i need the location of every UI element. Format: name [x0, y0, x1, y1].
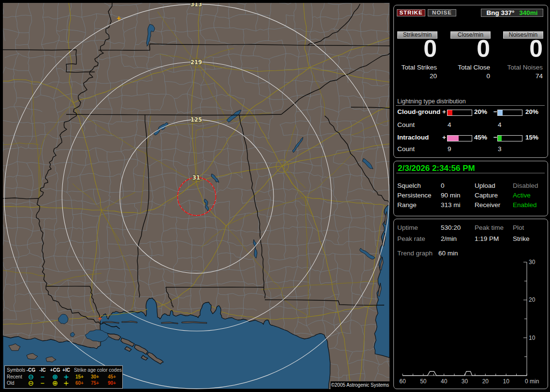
cg-plus-percent: 20%	[474, 108, 487, 115]
uptime-label: Uptime	[397, 224, 418, 231]
peak-time-label: Peak time	[475, 224, 504, 231]
legend-symbol-+CG	[52, 374, 58, 380]
legend-text: +CG	[50, 367, 60, 373]
ic-minus-percent: 15%	[525, 134, 538, 141]
trend-x-label: 40	[441, 378, 448, 385]
distribution-header: Lightning type distribution	[397, 98, 466, 105]
bearing-range: 340mi	[519, 9, 537, 16]
legend-text: -IC	[39, 367, 45, 373]
range-ring-label: 125	[190, 116, 202, 123]
lightning-map: 31125219313 Symbols-CG-IC+CG+ICStrike ag…	[3, 3, 390, 389]
squelch-row: Squelch 0 Upload Disabled	[394, 182, 548, 190]
cg-plus-count: 4	[448, 121, 451, 128]
squelch-label: Squelch	[397, 182, 421, 189]
legend-symbol-+IC	[63, 380, 69, 386]
total-strikes-label: Total Strikes	[397, 64, 437, 71]
noise-mode-button[interactable]: NOISE	[428, 9, 456, 16]
persistence-label: Persistence	[397, 192, 432, 199]
peak-rate-label: Peak rate	[397, 235, 425, 242]
trend-y-label: 30	[529, 259, 536, 266]
intracloud-row: Intracloud + 45% − 15%	[394, 134, 548, 142]
noises-per-min-value: 0	[503, 37, 543, 61]
cg-minus-percent: 20%	[525, 108, 538, 115]
legend-text: Recent	[7, 374, 22, 379]
legend-text: Strike age color codes	[74, 367, 122, 373]
trend-graph-label: Trend graph	[397, 250, 433, 257]
trend-x-label: 50	[420, 378, 427, 385]
trend-x-label: 20	[482, 378, 489, 385]
cloud-ground-count-row: Count 4 4	[394, 121, 548, 128]
datetime-display: 2/3/2026 2:34:56 PM	[398, 164, 475, 173]
squelch-value: 0	[441, 182, 445, 189]
uptime-row: Uptime 530:20 Peak time Plot	[394, 224, 548, 232]
map-legend: Symbols-CG-IC+CG+ICStrike age color code…	[4, 365, 123, 389]
peak-time-value: 1:19 PM	[475, 235, 499, 242]
capture-label: Capture	[475, 192, 498, 199]
datetime-divider	[396, 173, 545, 173]
panel-trend: Uptime 530:20 Peak time Plot Peak rate 2…	[393, 219, 548, 389]
range-ring-label: 219	[190, 59, 202, 66]
nexstorm-window: { "panel1": { "strike_button": "STRIKE",…	[0, 0, 550, 392]
total-noises-label: Total Noises	[503, 64, 543, 71]
legend-symbol-+IC	[63, 374, 69, 380]
trend-series	[403, 371, 527, 376]
total-strikes-value: 20	[397, 72, 437, 80]
peak-rate-row: Peak rate 2/min 1:19 PM Strike	[394, 235, 548, 243]
cloud-ground-label: Cloud-ground	[397, 108, 440, 115]
trend-x-label: 60	[399, 378, 406, 385]
legend-symbol--CG	[28, 374, 34, 380]
bearing-readout: Bng 337°340mi	[481, 9, 543, 17]
strike-mode-button[interactable]: STRIKE	[397, 9, 425, 16]
minus-sign: −	[493, 134, 497, 141]
map-canvas: 31125219313	[3, 3, 390, 389]
legend-text: 45+	[108, 374, 116, 379]
trend-y-label: 20	[529, 296, 536, 303]
legend-text: 75+	[91, 380, 99, 386]
legend-text: 60+	[75, 380, 84, 386]
plus-sign: +	[442, 108, 446, 115]
legend-text: Symbols	[7, 367, 25, 373]
trend-graph-chart: 3020106050403020100 min	[394, 259, 548, 389]
legend-symbol--IC	[40, 374, 45, 380]
legend-row: Recent15+30+45+	[5, 374, 122, 380]
cloud-ground-row: Cloud-ground + 20% − 20%	[394, 108, 548, 116]
trend-x-label: 30	[462, 378, 468, 385]
ic-minus-count: 3	[498, 145, 502, 153]
uptime-value: 530:20	[441, 224, 461, 231]
peak-rate-value: 2/min	[441, 235, 457, 242]
cg-minus-count: 4	[498, 121, 502, 128]
cg-minus-bar	[497, 110, 522, 116]
count-label: Count	[397, 121, 415, 128]
upload-label: Upload	[475, 182, 495, 189]
trend-window-value: 60 min	[438, 250, 458, 257]
persistence-row: Persistence 90 min Capture Active	[394, 192, 548, 199]
close-per-min-value: 0	[450, 37, 490, 61]
minus-sign: −	[493, 108, 497, 115]
ic-plus-count: 9	[448, 145, 451, 153]
strikes-per-min-value: 0	[397, 37, 437, 61]
cg-plus-bar	[447, 110, 472, 116]
intracloud-count-row: Count 9 3	[394, 145, 548, 152]
legend-text: 90+	[108, 380, 116, 386]
plus-sign: +	[442, 134, 446, 141]
legend-row: Old60+75+90+	[5, 380, 122, 387]
legend-symbol--IC	[40, 380, 45, 386]
intracloud-label: Intracloud	[397, 134, 429, 141]
capture-status: Active	[513, 192, 531, 199]
receiver-label: Receiver	[475, 201, 500, 209]
trend-y-label: 10	[529, 335, 536, 341]
plot-label: Plot	[513, 224, 524, 231]
legend-text: Old	[7, 380, 14, 386]
total-close-value: 0	[450, 72, 490, 80]
upload-status: Disabled	[513, 182, 538, 189]
range-row: Range 313 mi Receiver Enabled	[394, 201, 548, 209]
ic-plus-bar	[447, 135, 472, 141]
bearing-label: Bng 337°	[486, 9, 514, 16]
range-ring-label: 313	[190, 3, 202, 8]
copyright-notice: ©2005 Astrogenic Systems	[331, 381, 390, 389]
total-noises-value: 74	[503, 72, 543, 80]
count-label: Count	[397, 145, 415, 153]
ic-minus-bar	[497, 135, 522, 141]
legend-row: Symbols-CG-IC+CG+ICStrike age color code…	[5, 367, 122, 374]
trend-x-label: 0 min	[525, 378, 539, 385]
